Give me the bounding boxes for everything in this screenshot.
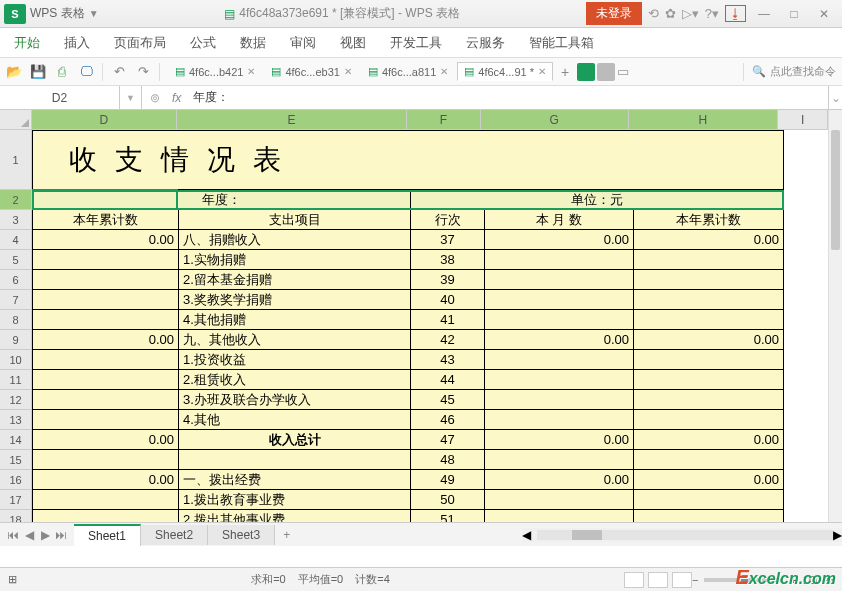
cell[interactable]: 3.办班及联合办学收入 [178, 390, 410, 410]
close-tab-icon[interactable]: ✕ [538, 66, 546, 77]
row-header[interactable]: 15 [0, 450, 32, 470]
tab-nav-next[interactable] [597, 63, 615, 81]
col-header-G[interactable]: G [481, 110, 629, 130]
cell[interactable] [633, 350, 784, 370]
cell[interactable]: 50 [410, 490, 484, 510]
cell[interactable]: 一、拨出经费 [178, 470, 410, 490]
cell[interactable] [178, 450, 410, 470]
doc-tab[interactable]: ▤4f6c...a811✕ [361, 62, 455, 81]
menu-smart-tools[interactable]: 智能工具箱 [529, 34, 594, 52]
horizontal-scrollbar[interactable] [537, 530, 833, 540]
cell[interactable]: 49 [410, 470, 484, 490]
cell[interactable] [32, 350, 178, 370]
cell[interactable] [633, 410, 784, 430]
row-header[interactable]: 1 [0, 130, 32, 190]
cell[interactable]: 44 [410, 370, 484, 390]
close-tab-icon[interactable]: ✕ [247, 66, 255, 77]
sheet-tab[interactable]: Sheet1 [74, 524, 141, 546]
cell[interactable]: 0.00 [633, 430, 784, 450]
minimize-button[interactable]: — [752, 4, 776, 24]
row-header[interactable]: 8 [0, 310, 32, 330]
title-cell[interactable]: 收支情况表 [32, 130, 784, 190]
cell[interactable] [484, 310, 633, 330]
cell[interactable] [484, 450, 633, 470]
cell[interactable]: 1.实物捐赠 [178, 250, 410, 270]
menu-data[interactable]: 数据 [240, 34, 266, 52]
cell[interactable]: 0.00 [484, 430, 633, 450]
command-search[interactable]: 🔍 点此查找命令 [752, 64, 836, 79]
new-tab-button[interactable]: + [555, 64, 575, 80]
cell[interactable]: 收入总计 [178, 430, 410, 450]
save-icon[interactable]: 💾 [30, 64, 46, 80]
col-header-F[interactable]: F [407, 110, 480, 130]
cell[interactable] [484, 290, 633, 310]
cell[interactable] [484, 390, 633, 410]
row-header[interactable]: 12 [0, 390, 32, 410]
cell[interactable] [484, 270, 633, 290]
menu-view[interactable]: 视图 [340, 34, 366, 52]
cell[interactable]: 41 [410, 310, 484, 330]
cell[interactable]: 0.00 [633, 330, 784, 350]
spreadsheet-grid[interactable]: D E F G H I 1 2 3 4 5 6 7 8 9 10 11 12 1… [0, 110, 842, 560]
scroll-thumb[interactable] [831, 130, 840, 250]
undo-icon[interactable]: ↶ [111, 64, 127, 80]
row-header[interactable]: 16 [0, 470, 32, 490]
tab-list-icon[interactable]: ▭ [617, 64, 629, 79]
sheet-tab[interactable]: Sheet3 [208, 525, 275, 545]
cell[interactable]: 本 月 数 [484, 210, 633, 230]
add-sheet-button[interactable]: + [275, 528, 298, 542]
row-header[interactable]: 9 [0, 330, 32, 350]
close-button[interactable]: ✕ [812, 4, 836, 24]
cell[interactable]: 1.投资收益 [178, 350, 410, 370]
vertical-scrollbar[interactable] [828, 110, 842, 546]
close-tab-icon[interactable]: ✕ [440, 66, 448, 77]
fx-icon[interactable]: fx [172, 91, 181, 105]
cell[interactable]: 47 [410, 430, 484, 450]
cell[interactable] [32, 370, 178, 390]
cell[interactable]: 0.00 [633, 470, 784, 490]
print-icon[interactable]: ⎙ [54, 64, 70, 80]
cell[interactable]: 42 [410, 330, 484, 350]
row-header[interactable]: 2 [0, 190, 32, 210]
sheet-nav-first[interactable]: ⏮ [6, 528, 20, 542]
row-header[interactable]: 6 [0, 270, 32, 290]
row-header[interactable]: 4 [0, 230, 32, 250]
open-icon[interactable]: 📂 [6, 64, 22, 80]
doc-tab-active[interactable]: ▤4f6c4...91 *✕ [457, 62, 553, 81]
cell[interactable] [32, 450, 178, 470]
menu-formula[interactable]: 公式 [190, 34, 216, 52]
cell[interactable]: 0.00 [32, 330, 178, 350]
cell[interactable]: 单位：元 [410, 190, 784, 210]
row-header[interactable]: 13 [0, 410, 32, 430]
menu-insert[interactable]: 插入 [64, 34, 90, 52]
sheet-nav-prev[interactable]: ◀ [22, 528, 36, 542]
cell[interactable]: 支出项目 [178, 210, 410, 230]
cell[interactable]: 4.其他 [178, 410, 410, 430]
cell[interactable]: 37 [410, 230, 484, 250]
cell[interactable] [633, 450, 784, 470]
redo-icon[interactable]: ↷ [135, 64, 151, 80]
col-header-E[interactable]: E [177, 110, 407, 130]
doc-tab[interactable]: ▤4f6c...b421✕ [168, 62, 262, 81]
cell[interactable]: 4.其他捐赠 [178, 310, 410, 330]
formula-expand[interactable]: ⌄ [828, 86, 842, 109]
view-break[interactable] [672, 572, 692, 588]
cell[interactable]: 3.奖教奖学捐赠 [178, 290, 410, 310]
row-header[interactable]: 7 [0, 290, 32, 310]
cells-viewport[interactable]: 收支情况表 年度： 单位：元 本年累计数 支出项目 行次 本 月 数 本年累计数… [32, 130, 828, 546]
row-header[interactable]: 10 [0, 350, 32, 370]
cell[interactable] [633, 490, 784, 510]
cell[interactable] [32, 250, 178, 270]
cell[interactable] [633, 250, 784, 270]
row-header[interactable]: 3 [0, 210, 32, 230]
sheet-nav-last[interactable]: ⏭ [54, 528, 68, 542]
view-normal[interactable] [624, 572, 644, 588]
select-all-corner[interactable] [0, 110, 32, 130]
app-menu-chevron[interactable]: ▼ [89, 8, 99, 19]
doc-tab[interactable]: ▤4f6c...eb31✕ [264, 62, 358, 81]
cell[interactable]: 0.00 [32, 230, 178, 250]
col-header-I[interactable]: I [778, 110, 828, 130]
cell[interactable]: 2.租赁收入 [178, 370, 410, 390]
menu-review[interactable]: 审阅 [290, 34, 316, 52]
row-header[interactable]: 17 [0, 490, 32, 510]
